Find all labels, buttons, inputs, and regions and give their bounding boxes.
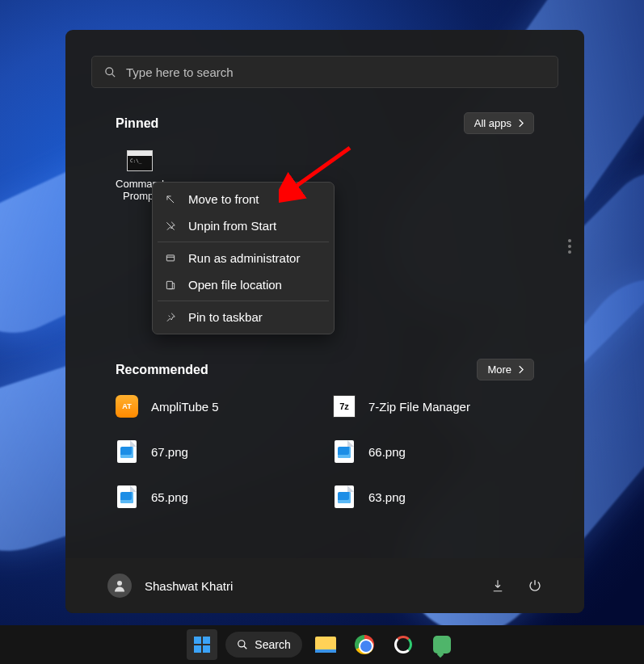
- taskbar-explorer[interactable]: [310, 629, 341, 660]
- recommended-label: 67.png: [151, 445, 188, 459]
- ring-icon: [394, 636, 412, 653]
- avatar: [107, 574, 132, 598]
- ctx-run-admin[interactable]: Run as administrator: [156, 245, 330, 271]
- recommended-label: 63.png: [368, 490, 406, 504]
- png-file-icon: [117, 440, 137, 463]
- command-prompt-icon: [127, 150, 153, 171]
- drag-handle-icon[interactable]: [568, 239, 571, 254]
- more-label: More: [487, 364, 511, 376]
- ctx-label: Run as administrator: [188, 251, 300, 265]
- pin-icon: [164, 311, 177, 324]
- search-placeholder: Type here to search: [126, 65, 234, 79]
- taskbar-chrome[interactable]: [349, 629, 380, 660]
- png-file-icon: [335, 440, 354, 463]
- start-footer: Shashwat Khatri: [65, 558, 584, 613]
- chrome-icon: [355, 635, 374, 654]
- taskbar-chat[interactable]: [427, 629, 457, 660]
- search-input[interactable]: Type here to search: [91, 56, 558, 88]
- recommended-label: 7-Zip File Manager: [368, 400, 470, 414]
- recommended-label: 65.png: [151, 490, 188, 504]
- taskbar-app[interactable]: [388, 629, 419, 660]
- recommended-item-file[interactable]: 66.png: [333, 440, 534, 463]
- shield-icon: [164, 252, 177, 265]
- windows-logo-icon: [194, 637, 210, 653]
- recommended-title: Recommended: [116, 363, 208, 377]
- chevron-right-icon: [518, 119, 524, 128]
- pinned-title: Pinned: [116, 116, 158, 131]
- svg-rect-4: [166, 281, 172, 288]
- ctx-label: Unpin from Start: [188, 219, 276, 233]
- recommended-item-file[interactable]: 63.png: [333, 485, 534, 508]
- svg-line-6: [291, 148, 350, 190]
- unpin-icon: [164, 220, 177, 233]
- ctx-label: Pin to taskbar: [188, 310, 263, 324]
- svg-line-1: [112, 74, 115, 77]
- ctx-pin-taskbar[interactable]: Pin to taskbar: [156, 304, 330, 330]
- power-icon[interactable]: [528, 578, 542, 593]
- svg-point-7: [238, 641, 245, 647]
- svg-line-8: [244, 646, 247, 649]
- all-apps-button[interactable]: All apps: [464, 112, 534, 134]
- amplitube-icon: AT: [116, 395, 138, 418]
- separator: [158, 242, 329, 242]
- recommended-label: AmpliTube 5: [151, 400, 219, 414]
- sevenzip-icon: 7z: [333, 395, 356, 418]
- recommended-item-7zip[interactable]: 7z 7-Zip File Manager: [333, 395, 534, 418]
- chevron-right-icon: [518, 365, 524, 374]
- taskbar-search[interactable]: Search: [225, 632, 301, 658]
- search-icon: [103, 65, 116, 78]
- recommended-item-file[interactable]: 65.png: [116, 485, 317, 508]
- recommended-item-amplitube[interactable]: AT AmpliTube 5: [116, 395, 317, 418]
- png-file-icon: [335, 485, 354, 508]
- svg-rect-3: [166, 254, 174, 260]
- start-button[interactable]: [187, 629, 217, 660]
- download-icon[interactable]: [490, 578, 505, 593]
- arrow-top-left-icon: [164, 193, 177, 206]
- png-file-icon: [117, 485, 137, 508]
- file-explorer-icon: [315, 637, 336, 653]
- username: Shashwat Khatri: [145, 579, 233, 593]
- separator: [158, 300, 329, 301]
- ctx-open-location[interactable]: Open file location: [156, 271, 330, 298]
- taskbar-search-label: Search: [255, 638, 290, 651]
- user-account-button[interactable]: Shashwat Khatri: [107, 574, 233, 598]
- recommended-label: 66.png: [368, 445, 406, 459]
- ctx-unpin-start[interactable]: Unpin from Start: [156, 212, 330, 239]
- svg-point-0: [105, 67, 112, 74]
- search-icon: [237, 639, 248, 650]
- ctx-label: Move to front: [188, 192, 259, 206]
- svg-point-2: [117, 581, 122, 586]
- more-button[interactable]: More: [477, 359, 534, 380]
- recommended-item-file[interactable]: 67.png: [116, 440, 317, 463]
- ctx-label: Open file location: [188, 278, 282, 292]
- taskbar: Search: [0, 625, 644, 664]
- folder-icon: [164, 279, 177, 292]
- annotation-arrow-icon: [279, 141, 356, 206]
- chat-icon: [433, 636, 451, 653]
- all-apps-label: All apps: [474, 117, 511, 129]
